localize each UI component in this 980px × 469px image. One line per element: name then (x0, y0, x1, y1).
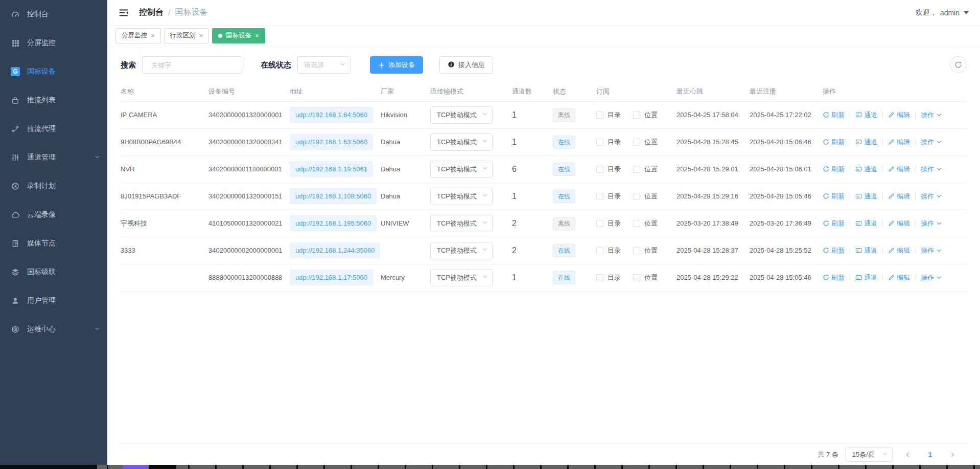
catalog-checkbox[interactable]: 目录 (596, 273, 621, 282)
channel-action[interactable]: 通道 (855, 110, 877, 120)
online-status-select[interactable]: 请选择 (297, 56, 351, 74)
sidebar-item-ops-center[interactable]: 运维中心 (0, 315, 107, 344)
ops-center-icon (10, 325, 20, 334)
stream-mode-select[interactable]: TCP被动模式 (430, 242, 493, 259)
sidebar-item-gb-cascade[interactable]: 国标级联 (0, 258, 107, 286)
cell-manufacturer: Dahua (381, 183, 430, 210)
refresh-icon (823, 193, 829, 199)
edit-action[interactable]: 编辑 (888, 273, 910, 282)
access-info-button[interactable]: 接入信息 (439, 56, 493, 74)
sidebar-item-user-manage[interactable]: 用户管理 (0, 286, 107, 315)
channel-action[interactable]: 通道 (855, 165, 877, 174)
cell-registered: 2025-04-28 15:06:01 (750, 155, 823, 183)
address-tag: udp://192.168.1.108:5060 (290, 188, 377, 204)
checkbox-icon (633, 193, 640, 200)
refresh-icon (954, 61, 962, 69)
catalog-checkbox[interactable]: 目录 (596, 165, 621, 174)
user-menu[interactable]: 欢迎， admin (916, 8, 969, 17)
stream-mode-select[interactable]: TCP被动模式 (430, 133, 493, 151)
edit-icon (888, 193, 895, 199)
sidebar-item-split-monitor[interactable]: 分屏监控 (0, 29, 107, 57)
position-checkbox[interactable]: 位置 (633, 246, 658, 255)
sidebar-item-pull-proxy[interactable]: 拉流代理 (0, 115, 107, 143)
refresh-action[interactable]: 刷新 (823, 246, 845, 255)
position-checkbox[interactable]: 位置 (633, 165, 658, 174)
next-page-button[interactable] (944, 452, 961, 458)
breadcrumb-root[interactable]: 控制台 (139, 7, 164, 18)
checkbox-icon (596, 111, 603, 119)
catalog-checkbox[interactable]: 目录 (596, 219, 621, 228)
add-device-button[interactable]: 添加设备 (370, 56, 423, 74)
refresh-action[interactable]: 刷新 (823, 110, 845, 120)
close-icon[interactable]: × (151, 32, 155, 39)
channel-count: 1 (512, 110, 517, 119)
more-actions-dropdown[interactable]: 操作 (921, 246, 942, 255)
more-actions-dropdown[interactable]: 操作 (921, 138, 942, 147)
catalog-checkbox[interactable]: 目录 (596, 110, 621, 120)
cell-manufacturer: Dahua (381, 128, 430, 155)
channel-icon (855, 274, 862, 281)
tab-split-monitor[interactable]: 分屏监控 × (115, 28, 161, 43)
more-actions-dropdown[interactable]: 操作 (921, 273, 942, 282)
content-area: 搜索 在线状态 请选择 添加设备 接入信息 (107, 46, 980, 465)
close-icon[interactable]: × (199, 32, 203, 39)
channel-action[interactable]: 通道 (855, 273, 877, 282)
more-actions-dropdown[interactable]: 操作 (921, 165, 942, 174)
stream-mode-select[interactable]: TCP被动模式 (430, 188, 493, 205)
taskbar-accent-segment (123, 465, 148, 469)
edit-action[interactable]: 编辑 (888, 192, 910, 201)
close-icon[interactable]: × (255, 32, 259, 39)
divider (915, 166, 916, 172)
position-checkbox[interactable]: 位置 (633, 273, 658, 282)
channel-action[interactable]: 通道 (855, 192, 877, 201)
catalog-checkbox[interactable]: 目录 (596, 138, 621, 147)
catalog-checkbox[interactable]: 目录 (596, 246, 621, 255)
status-badge: 在线 (553, 271, 575, 284)
edit-action[interactable]: 编辑 (888, 165, 910, 174)
catalog-checkbox[interactable]: 目录 (596, 192, 621, 201)
stream-mode-select[interactable]: TCP被动模式 (430, 269, 493, 286)
tab-gb-device[interactable]: 国标设备 × (212, 28, 265, 43)
sidebar-item-channel-manage[interactable]: 通道管理 (0, 143, 107, 172)
more-actions-dropdown[interactable]: 操作 (921, 219, 942, 228)
stream-mode-select[interactable]: TCP被动模式 (430, 215, 493, 232)
refresh-action[interactable]: 刷新 (823, 219, 845, 228)
refresh-action[interactable]: 刷新 (823, 273, 845, 282)
position-checkbox[interactable]: 位置 (633, 110, 658, 120)
sidebar-item-push-stream[interactable]: 推流列表 (0, 86, 107, 115)
chevron-down-icon (94, 153, 100, 162)
edit-action[interactable]: 编辑 (888, 138, 910, 147)
sidebar-fold-icon[interactable] (119, 8, 129, 18)
edit-action[interactable]: 编辑 (888, 246, 910, 255)
refresh-action[interactable]: 刷新 (823, 192, 845, 201)
edit-action[interactable]: 编辑 (888, 219, 910, 228)
tab-admin-region[interactable]: 行政区划 × (164, 28, 209, 43)
refresh-action[interactable]: 刷新 (823, 138, 845, 147)
sidebar-item-media-node[interactable]: 媒体节点 (0, 229, 107, 258)
channel-action[interactable]: 通道 (855, 219, 877, 228)
sidebar-item-console[interactable]: 控制台 (0, 0, 107, 29)
position-checkbox[interactable]: 位置 (633, 138, 658, 147)
position-checkbox[interactable]: 位置 (633, 192, 658, 201)
stream-mode-select[interactable]: TCP被动模式 (430, 106, 493, 124)
page-number[interactable]: 1 (923, 451, 937, 458)
refresh-action[interactable]: 刷新 (823, 165, 845, 174)
more-actions-dropdown[interactable]: 操作 (921, 110, 942, 120)
sidebar-item-cloud-record[interactable]: 云端录像 (0, 200, 107, 229)
checkbox-icon (633, 111, 640, 119)
app-window: 控制台 分屏监控 G 国标设备 推流列表 拉流代理 通道管理 录制计划 (0, 0, 980, 465)
refresh-list-button[interactable] (950, 56, 967, 73)
page-size-select[interactable]: 15条/页 (846, 448, 893, 462)
edit-action[interactable]: 编辑 (888, 110, 910, 120)
sidebar-item-gb-device[interactable]: G 国标设备 (0, 57, 107, 86)
more-actions-dropdown[interactable]: 操作 (921, 192, 942, 201)
cell-device-id: 88880000013200000888 (208, 264, 290, 291)
channel-action[interactable]: 通道 (855, 246, 877, 255)
stream-mode-select[interactable]: TCP被动模式 (430, 161, 493, 178)
sidebar-item-record-plan[interactable]: 录制计划 (0, 172, 107, 200)
cell-name: 宇视科技 (121, 210, 208, 237)
channel-action[interactable]: 通道 (855, 138, 877, 147)
position-checkbox[interactable]: 位置 (633, 219, 658, 228)
prev-page-button[interactable] (900, 452, 916, 458)
search-input[interactable] (151, 61, 241, 69)
